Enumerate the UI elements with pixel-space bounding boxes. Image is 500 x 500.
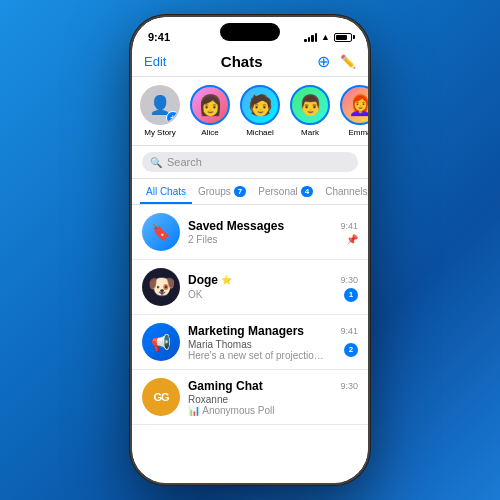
story-label-mark: Mark xyxy=(301,128,319,137)
story-item-mark[interactable]: 👨 Mark xyxy=(290,85,330,137)
dynamic-island xyxy=(220,23,280,41)
story-avatar-my-story: 👤 + xyxy=(140,85,180,125)
chat-item-marketing[interactable]: 📢 Marketing Managers 9:41 Maria Thomas H… xyxy=(132,315,368,370)
chat-preview-gaming: 📊 Anonymous Poll xyxy=(188,405,275,416)
chat-time-saved-messages: 9:41 xyxy=(340,221,358,231)
chat-item-gaming[interactable]: GG Gaming Chat 9:30 Roxanne 📊 Anonymous … xyxy=(132,370,368,425)
stories-row: 👤 + My Story 👩 Alice 🧑 xyxy=(132,77,368,146)
chat-avatar-gaming: GG xyxy=(142,378,180,416)
tab-groups-badge: 7 xyxy=(234,186,246,197)
tab-channels[interactable]: Channels xyxy=(319,179,368,204)
tab-channels-label: Channels xyxy=(325,186,367,197)
chat-bottom-row-saved: 2 Files 📌 xyxy=(188,234,358,245)
chat-top-row-gaming: Gaming Chat 9:30 xyxy=(188,379,358,393)
story-item-emma[interactable]: 👩‍🦰 Emma xyxy=(340,85,368,137)
chat-preview-saved-messages: 2 Files xyxy=(188,234,217,245)
chat-bottom-row-gaming: Roxanne 📊 Anonymous Poll xyxy=(188,394,358,416)
battery-fill xyxy=(336,35,347,40)
tab-groups-label: Groups xyxy=(198,186,231,197)
signal-bars-icon xyxy=(304,33,317,42)
chat-bottom-row-doge: OK 1 xyxy=(188,288,358,302)
add-chat-icon[interactable]: ⊕ xyxy=(317,54,330,70)
story-avatar-alice: 👩 xyxy=(190,85,230,125)
story-avatar-mark: 👨 xyxy=(290,85,330,125)
star-icon-doge: ⭐ xyxy=(221,275,232,285)
search-icon: 🔍 xyxy=(150,157,162,168)
status-time: 9:41 xyxy=(148,31,170,43)
chat-top-row-saved: Saved Messages 9:41 xyxy=(188,219,358,233)
add-story-badge: + xyxy=(166,111,180,125)
tab-personal-badge: 4 xyxy=(301,186,313,197)
story-label-alice: Alice xyxy=(201,128,218,137)
chat-list: 🔖 Saved Messages 9:41 2 Files 📌 xyxy=(132,205,368,483)
chat-avatar-doge: 🐶 xyxy=(142,268,180,306)
story-avatar-emma: 👩‍🦰 xyxy=(340,85,368,125)
nav-bar: Edit Chats ⊕ ✏️ xyxy=(132,49,368,77)
status-icons: ▲ xyxy=(304,32,352,42)
chat-avatar-saved-messages: 🔖 xyxy=(142,213,180,251)
chat-top-row-doge: Doge ⭐ 9:30 xyxy=(188,273,358,287)
search-input-wrap[interactable]: 🔍 Search xyxy=(142,152,358,172)
phone-wrapper: 9:41 ▲ Edit Chats ⊕ ✏️ xyxy=(130,15,370,485)
chat-name-gaming: Gaming Chat xyxy=(188,379,263,393)
story-label-my-story: My Story xyxy=(144,128,176,137)
status-bar: 9:41 ▲ xyxy=(132,17,368,49)
phone-frame: 9:41 ▲ Edit Chats ⊕ ✏️ xyxy=(130,15,370,485)
chat-content-saved-messages: Saved Messages 9:41 2 Files 📌 xyxy=(188,219,358,245)
chat-sender-marketing: Maria Thomas xyxy=(188,339,328,350)
story-item-my-story[interactable]: 👤 + My Story xyxy=(140,85,180,137)
story-item-michael[interactable]: 🧑 Michael xyxy=(240,85,280,137)
chat-sender-gaming: Roxanne xyxy=(188,394,275,405)
chat-item-doge[interactable]: 🐶 Doge ⭐ 9:30 OK 1 xyxy=(132,260,368,315)
story-item-alice[interactable]: 👩 Alice xyxy=(190,85,230,137)
chat-content-gaming: Gaming Chat 9:30 Roxanne 📊 Anonymous Pol… xyxy=(188,379,358,416)
tab-personal-label: Personal xyxy=(258,186,297,197)
chat-name-doge: Doge ⭐ xyxy=(188,273,232,287)
chat-preview-marketing: Here's a new set of projections for the.… xyxy=(188,350,328,361)
chat-item-saved-messages[interactable]: 🔖 Saved Messages 9:41 2 Files 📌 xyxy=(132,205,368,260)
tab-all-chats-label: All Chats xyxy=(146,186,186,197)
wifi-icon: ▲ xyxy=(321,32,330,42)
chat-name-marketing: Marketing Managers xyxy=(188,324,304,338)
story-avatar-michael: 🧑 xyxy=(240,85,280,125)
chat-name-saved-messages: Saved Messages xyxy=(188,219,284,233)
tab-personal[interactable]: Personal 4 xyxy=(252,179,319,204)
chat-preview-doge: OK xyxy=(188,289,202,300)
page-title: Chats xyxy=(221,53,263,70)
compose-icon[interactable]: ✏️ xyxy=(340,55,356,68)
gaming-avatar-text: GG xyxy=(153,391,168,403)
tabs-row: All Chats Groups 7 Personal 4 Channels B xyxy=(132,179,368,205)
chat-badge-marketing: 2 xyxy=(344,343,358,357)
chat-content-doge: Doge ⭐ 9:30 OK 1 xyxy=(188,273,358,302)
phone-screen: 9:41 ▲ Edit Chats ⊕ ✏️ xyxy=(132,17,368,483)
chat-time-marketing: 9:41 xyxy=(340,326,358,336)
nav-actions: ⊕ ✏️ xyxy=(317,54,356,70)
story-label-emma: Emma xyxy=(348,128,368,137)
tab-groups[interactable]: Groups 7 xyxy=(192,179,252,204)
edit-button[interactable]: Edit xyxy=(144,54,166,69)
chat-time-gaming: 9:30 xyxy=(340,381,358,391)
pin-icon-saved: 📌 xyxy=(346,234,358,245)
chat-bottom-row-marketing: Maria Thomas Here's a new set of project… xyxy=(188,339,358,361)
search-placeholder: Search xyxy=(167,156,202,168)
chat-top-row-marketing: Marketing Managers 9:41 xyxy=(188,324,358,338)
chat-badge-doge: 1 xyxy=(344,288,358,302)
chat-time-doge: 9:30 xyxy=(340,275,358,285)
chat-content-marketing: Marketing Managers 9:41 Maria Thomas Her… xyxy=(188,324,358,361)
battery-icon xyxy=(334,33,352,42)
chat-avatar-marketing: 📢 xyxy=(142,323,180,361)
search-bar: 🔍 Search xyxy=(132,146,368,179)
tab-all-chats[interactable]: All Chats xyxy=(140,179,192,204)
story-label-michael: Michael xyxy=(246,128,274,137)
